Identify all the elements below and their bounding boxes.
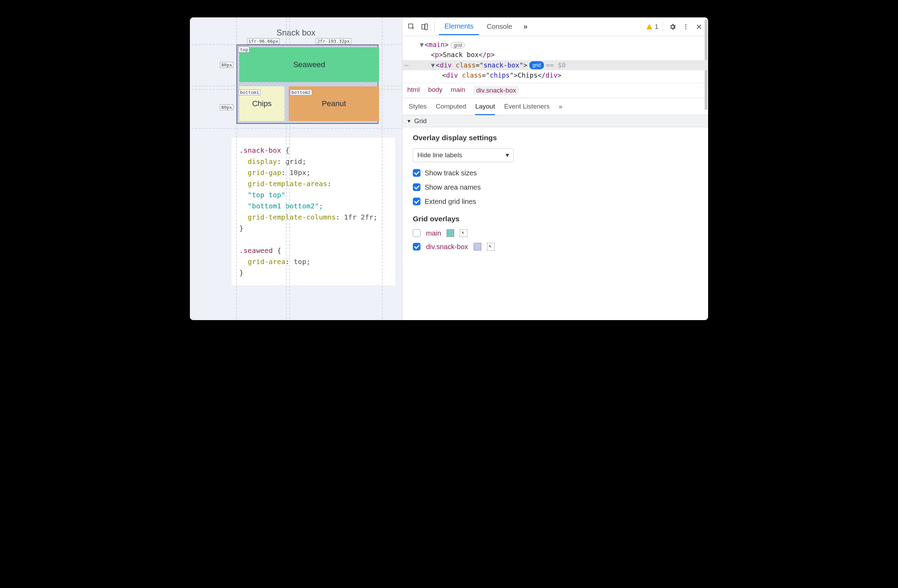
line-labels-dropdown[interactable]: Hide line labels ▾ — [413, 148, 514, 162]
tab-event-listeners[interactable]: Event Listeners — [504, 103, 549, 110]
checkbox[interactable] — [413, 169, 420, 177]
warnings-indicator[interactable]: 1 — [646, 23, 658, 31]
tab-styles[interactable]: Styles — [409, 103, 427, 110]
device-toggle-icon[interactable] — [419, 21, 430, 32]
grid-overlay-row: div.snack-box — [413, 243, 698, 251]
area-name-label: bottom2 — [290, 89, 312, 95]
devtools-toolbar: Elements Console » 1 — [402, 17, 708, 36]
dom-node-chips[interactable]: <div class="chips">Chips</div> — [420, 70, 708, 80]
css-code-block: .snack-box { display: grid; grid-gap: 10… — [232, 138, 395, 285]
dom-node-selected[interactable]: ⋯ ▼<div class="snack-box"> grid == $0 — [402, 60, 708, 70]
color-swatch[interactable] — [447, 229, 454, 237]
checkbox-row[interactable]: Show track sizes — [413, 169, 698, 177]
checkbox[interactable] — [413, 243, 420, 251]
breadcrumb-item[interactable]: body — [428, 86, 442, 95]
dropdown-value: Hide line labels — [417, 151, 462, 159]
area-name-label: bottom1 — [238, 89, 260, 95]
row-size-label: 80px — [220, 62, 234, 68]
column-size-label: 1fr·96.66px — [247, 38, 280, 44]
grid-extended-line — [190, 128, 402, 129]
settings-icon[interactable] — [667, 21, 678, 32]
breadcrumb-item[interactable]: html — [407, 86, 420, 95]
checkbox-label: Show track sizes — [424, 169, 477, 177]
disclosure-triangle-icon: ▼ — [407, 118, 411, 124]
more-panel-tabs-icon[interactable]: » — [558, 103, 562, 110]
inspect-element-icon[interactable] — [406, 21, 417, 32]
row-size-label: 80px — [220, 105, 234, 110]
grid-cell-seaweed: Seaweed — [239, 47, 379, 82]
grid-overlay-row: main — [413, 229, 698, 237]
close-icon[interactable] — [693, 21, 704, 32]
checkbox[interactable] — [413, 229, 420, 237]
checkbox[interactable] — [413, 183, 420, 191]
page-title: Snack box — [190, 28, 402, 38]
kebab-menu-icon[interactable] — [680, 21, 691, 32]
svg-point-3 — [685, 24, 686, 25]
checkbox-label: Show area names — [424, 183, 481, 191]
layout-panel-body: Overlay display settings Hide line label… — [402, 127, 708, 320]
toolbar-separator — [434, 22, 435, 32]
overlay-settings-heading: Overlay display settings — [413, 134, 698, 142]
breadcrumb-item-current[interactable]: div.snack-box — [474, 86, 519, 95]
grid-badge[interactable]: grid — [529, 61, 544, 69]
svg-rect-2 — [425, 24, 427, 29]
page-preview-panel: Snack box 1fr·96.66px 2fr·193.32px 80px … — [190, 17, 402, 320]
more-tabs-icon[interactable]: » — [520, 21, 531, 32]
dom-tree[interactable]: ▼<main>grid <p>Snack box</p> ⋯ ▼<div cla… — [402, 36, 708, 83]
tab-console[interactable]: Console — [481, 18, 518, 35]
svg-rect-0 — [409, 24, 413, 28]
toolbar-separator — [663, 22, 663, 32]
grid-overlays-heading: Grid overlays — [413, 215, 698, 223]
svg-rect-1 — [422, 25, 424, 29]
tab-elements[interactable]: Elements — [439, 18, 479, 35]
dom-node-p[interactable]: <p>Snack box</p> — [420, 50, 708, 60]
svg-point-4 — [685, 26, 686, 27]
dom-breadcrumb: html body main div.snack-box — [402, 83, 708, 98]
reveal-element-icon[interactable] — [460, 229, 467, 237]
checkbox-row[interactable]: Show area names — [413, 183, 698, 191]
devtools-panel: Elements Console » 1 ▼<main>grid <p>Snac… — [402, 17, 708, 320]
warnings-count: 1 — [655, 23, 658, 31]
svg-point-5 — [685, 28, 686, 29]
tab-layout[interactable]: Layout — [475, 98, 495, 115]
dom-node-main[interactable]: ▼<main>grid — [420, 40, 708, 50]
checkbox[interactable] — [413, 198, 420, 205]
grid-overlay-wrapper: 1fr·96.66px 2fr·193.32px 80px 80px top b… — [237, 45, 378, 124]
checkbox-row[interactable]: Extend grid lines — [413, 198, 698, 206]
color-swatch[interactable] — [474, 243, 481, 251]
selected-line-dots: ⋯ — [404, 60, 409, 70]
tab-computed[interactable]: Computed — [436, 103, 466, 110]
layout-section-header[interactable]: ▼ Grid — [402, 115, 708, 127]
checkbox-label: Extend grid lines — [424, 198, 476, 206]
snack-box-grid: Seaweed Chips Peanut — [237, 45, 378, 124]
layout-section-title: Grid — [414, 117, 427, 125]
breadcrumb-item[interactable]: main — [451, 86, 465, 95]
chevron-down-icon: ▾ — [506, 151, 509, 159]
overlay-element-name[interactable]: div.snack-box — [426, 243, 468, 251]
reveal-element-icon[interactable] — [487, 243, 495, 251]
area-name-label: top — [238, 47, 249, 52]
app-window: Snack box 1fr·96.66px 2fr·193.32px 80px … — [190, 17, 708, 320]
overlay-element-name[interactable]: main — [426, 229, 441, 237]
styles-panel-tabs: Styles Computed Layout Event Listeners » — [402, 98, 708, 115]
column-size-label: 2fr·193.32px — [316, 38, 351, 44]
